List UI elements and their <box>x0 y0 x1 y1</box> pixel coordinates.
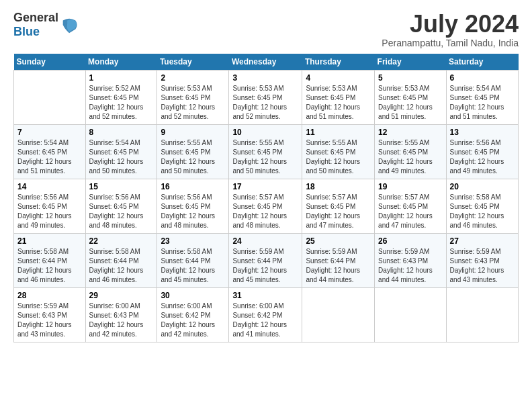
day-info: Sunrise: 6:00 AMSunset: 6:43 PMDaylight:… <box>89 302 144 338</box>
logo-text: General Blue <box>13 11 58 39</box>
week-row-4: 28 Sunrise: 5:59 AMSunset: 6:43 PMDaylig… <box>14 287 519 342</box>
location: Peranampattu, Tamil Nadu, India <box>382 38 519 48</box>
day-cell: 6 Sunrise: 5:54 AMSunset: 6:45 PMDayligh… <box>446 70 518 124</box>
day-number: 31 <box>232 291 298 300</box>
day-info: Sunrise: 5:53 AMSunset: 6:45 PMDaylight:… <box>161 85 215 120</box>
day-cell: 30 Sunrise: 6:00 AMSunset: 6:42 PMDaylig… <box>157 287 229 342</box>
day-cell: 17 Sunrise: 5:57 AMSunset: 6:45 PMDaylig… <box>229 179 302 233</box>
day-info: Sunrise: 5:58 AMSunset: 6:44 PMDaylight:… <box>17 248 72 283</box>
day-cell: 4 Sunrise: 5:53 AMSunset: 6:45 PMDayligh… <box>302 70 375 124</box>
day-info: Sunrise: 5:59 AMSunset: 6:43 PMDaylight:… <box>378 248 433 283</box>
day-cell: 18 Sunrise: 5:57 AMSunset: 6:45 PMDaylig… <box>302 179 375 233</box>
day-cell: 13 Sunrise: 5:56 AMSunset: 6:45 PMDaylig… <box>446 124 518 179</box>
day-info: Sunrise: 5:56 AMSunset: 6:45 PMDaylight:… <box>450 139 504 175</box>
day-cell: 21 Sunrise: 5:58 AMSunset: 6:44 PMDaylig… <box>14 233 86 287</box>
day-cell: 7 Sunrise: 5:54 AMSunset: 6:45 PMDayligh… <box>14 124 86 179</box>
day-cell: 23 Sunrise: 5:58 AMSunset: 6:44 PMDaylig… <box>157 233 229 287</box>
day-cell: 31 Sunrise: 6:00 AMSunset: 6:42 PMDaylig… <box>229 287 302 342</box>
day-info: Sunrise: 5:53 AMSunset: 6:45 PMDaylight:… <box>378 85 433 120</box>
day-number: 15 <box>89 182 154 191</box>
day-info: Sunrise: 5:54 AMSunset: 6:45 PMDaylight:… <box>450 85 504 120</box>
logo-general: General <box>13 11 58 24</box>
day-number: 18 <box>306 182 371 191</box>
day-info: Sunrise: 6:00 AMSunset: 6:42 PMDaylight:… <box>232 302 287 338</box>
day-number: 26 <box>378 236 442 246</box>
day-cell: 5 Sunrise: 5:53 AMSunset: 6:45 PMDayligh… <box>375 70 446 124</box>
day-cell: 24 Sunrise: 5:59 AMSunset: 6:44 PMDaylig… <box>229 233 302 287</box>
day-cell <box>14 70 86 124</box>
day-cell <box>302 287 375 342</box>
day-info: Sunrise: 5:57 AMSunset: 6:45 PMDaylight:… <box>232 193 287 229</box>
day-number: 30 <box>161 291 225 300</box>
col-sunday: Sunday <box>14 54 86 71</box>
logo-blue: Blue <box>13 25 40 38</box>
day-info: Sunrise: 5:59 AMSunset: 6:44 PMDaylight:… <box>306 248 360 283</box>
day-info: Sunrise: 5:54 AMSunset: 6:45 PMDaylight:… <box>17 139 72 175</box>
day-number: 21 <box>17 236 82 246</box>
day-cell: 26 Sunrise: 5:59 AMSunset: 6:43 PMDaylig… <box>375 233 446 287</box>
logo: General Blue <box>13 11 79 39</box>
day-number: 12 <box>378 128 442 137</box>
day-cell: 29 Sunrise: 6:00 AMSunset: 6:43 PMDaylig… <box>85 287 157 342</box>
day-info: Sunrise: 5:55 AMSunset: 6:45 PMDaylight:… <box>378 139 433 175</box>
day-cell: 3 Sunrise: 5:53 AMSunset: 6:45 PMDayligh… <box>229 70 302 124</box>
day-number: 24 <box>232 236 298 246</box>
day-cell: 28 Sunrise: 5:59 AMSunset: 6:43 PMDaylig… <box>14 287 86 342</box>
day-cell: 27 Sunrise: 5:59 AMSunset: 6:43 PMDaylig… <box>446 233 518 287</box>
col-saturday: Saturday <box>446 54 518 71</box>
day-info: Sunrise: 5:57 AMSunset: 6:45 PMDaylight:… <box>378 193 433 229</box>
day-number: 16 <box>161 182 225 191</box>
day-number: 1 <box>89 73 154 83</box>
week-row-3: 21 Sunrise: 5:58 AMSunset: 6:44 PMDaylig… <box>14 233 519 287</box>
day-cell: 22 Sunrise: 5:58 AMSunset: 6:44 PMDaylig… <box>85 233 157 287</box>
day-cell: 12 Sunrise: 5:55 AMSunset: 6:45 PMDaylig… <box>375 124 446 179</box>
day-number: 9 <box>161 128 225 137</box>
day-cell <box>375 287 446 342</box>
day-info: Sunrise: 5:59 AMSunset: 6:44 PMDaylight:… <box>232 248 287 283</box>
logo-icon <box>60 15 79 34</box>
day-cell <box>446 287 518 342</box>
day-info: Sunrise: 5:56 AMSunset: 6:45 PMDaylight:… <box>89 193 144 229</box>
day-number: 5 <box>378 73 442 83</box>
day-info: Sunrise: 5:59 AMSunset: 6:43 PMDaylight:… <box>450 248 504 283</box>
day-info: Sunrise: 5:55 AMSunset: 6:45 PMDaylight:… <box>306 139 360 175</box>
day-number: 27 <box>450 236 515 246</box>
day-cell: 1 Sunrise: 5:52 AMSunset: 6:45 PMDayligh… <box>85 70 157 124</box>
day-number: 20 <box>450 182 515 191</box>
day-info: Sunrise: 5:59 AMSunset: 6:43 PMDaylight:… <box>17 302 72 338</box>
day-info: Sunrise: 5:58 AMSunset: 6:44 PMDaylight:… <box>89 248 144 283</box>
week-row-1: 7 Sunrise: 5:54 AMSunset: 6:45 PMDayligh… <box>14 124 519 179</box>
week-row-2: 14 Sunrise: 5:56 AMSunset: 6:45 PMDaylig… <box>14 179 519 233</box>
page: General Blue July 2024 Peranampattu, Tam… <box>0 0 532 349</box>
day-cell: 20 Sunrise: 5:58 AMSunset: 6:45 PMDaylig… <box>446 179 518 233</box>
day-number: 4 <box>306 73 371 83</box>
day-cell: 16 Sunrise: 5:56 AMSunset: 6:45 PMDaylig… <box>157 179 229 233</box>
day-cell: 25 Sunrise: 5:59 AMSunset: 6:44 PMDaylig… <box>302 233 375 287</box>
day-number: 7 <box>17 128 82 137</box>
col-friday: Friday <box>375 54 446 71</box>
day-number: 25 <box>306 236 371 246</box>
day-info: Sunrise: 5:53 AMSunset: 6:45 PMDaylight:… <box>232 85 287 120</box>
day-number: 3 <box>232 73 298 83</box>
day-number: 8 <box>89 128 154 137</box>
day-info: Sunrise: 5:56 AMSunset: 6:45 PMDaylight:… <box>17 193 72 229</box>
day-number: 17 <box>232 182 298 191</box>
title-block: July 2024 Peranampattu, Tamil Nadu, Indi… <box>382 11 519 48</box>
col-wednesday: Wednesday <box>229 54 302 71</box>
day-info: Sunrise: 5:55 AMSunset: 6:45 PMDaylight:… <box>161 139 215 175</box>
day-number: 23 <box>161 236 225 246</box>
day-info: Sunrise: 5:54 AMSunset: 6:45 PMDaylight:… <box>89 139 144 175</box>
day-info: Sunrise: 5:55 AMSunset: 6:45 PMDaylight:… <box>232 139 287 175</box>
day-cell: 15 Sunrise: 5:56 AMSunset: 6:45 PMDaylig… <box>85 179 157 233</box>
col-thursday: Thursday <box>302 54 375 71</box>
day-number: 19 <box>378 182 442 191</box>
day-info: Sunrise: 5:53 AMSunset: 6:45 PMDaylight:… <box>306 85 360 120</box>
day-number: 6 <box>450 73 515 83</box>
day-number: 22 <box>89 236 154 246</box>
day-number: 2 <box>161 73 225 83</box>
day-number: 11 <box>306 128 371 137</box>
day-cell: 14 Sunrise: 5:56 AMSunset: 6:45 PMDaylig… <box>14 179 86 233</box>
day-cell: 9 Sunrise: 5:55 AMSunset: 6:45 PMDayligh… <box>157 124 229 179</box>
header-row: Sunday Monday Tuesday Wednesday Thursday… <box>14 54 519 71</box>
day-cell: 11 Sunrise: 5:55 AMSunset: 6:45 PMDaylig… <box>302 124 375 179</box>
